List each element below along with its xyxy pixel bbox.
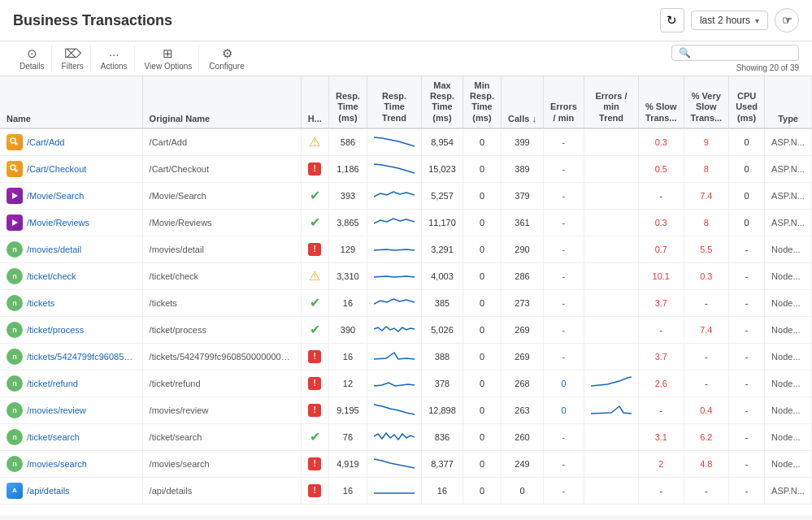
cell-original-name: /Movie/Search <box>142 182 301 209</box>
table-row: n /movies/detail /movies/detail ! 129 3,… <box>0 236 812 262</box>
col-cpu-used[interactable]: CPU Used (ms) <box>729 76 765 128</box>
cell-health: ! <box>301 396 328 423</box>
transaction-name-link[interactable]: /Movie/Search <box>27 191 84 201</box>
col-calls[interactable]: Calls ↓ <box>502 76 544 128</box>
health-error-icon: ! <box>308 457 321 470</box>
col-name[interactable]: Name <box>0 76 142 128</box>
health-error-icon: ! <box>308 243 321 256</box>
transaction-name-link[interactable]: /Movie/Reviews <box>27 218 89 228</box>
cell-min-resp: 0 <box>462 343 501 370</box>
cell-errors-min: - <box>543 182 584 209</box>
transaction-name-link[interactable]: /ticket/refund <box>27 379 78 388</box>
cell-very-slow: - <box>684 477 729 504</box>
col-resp-trend[interactable]: Resp. Time Trend <box>367 76 422 128</box>
col-errors-min[interactable]: Errors / min <box>543 76 584 128</box>
svg-marker-4 <box>12 193 18 199</box>
cell-very-slow: 5.5 <box>684 236 729 262</box>
col-very-slow[interactable]: % Very Slow Trans... <box>684 76 729 128</box>
cell-very-slow: 0.3 <box>684 262 729 289</box>
cell-slow-trans: 0.7 <box>639 236 684 262</box>
transaction-name-link[interactable]: /ticket/process <box>27 325 84 335</box>
col-max-resp[interactable]: Max Resp. Time (ms) <box>422 76 463 128</box>
cell-min-resp: 0 <box>462 423 501 450</box>
transaction-name-link[interactable]: /api/details <box>27 486 70 496</box>
cell-resp-trend <box>367 423 422 450</box>
col-errors-trend[interactable]: Errors / min Trend <box>584 76 639 128</box>
transaction-name-link[interactable]: /movies/search <box>27 459 87 469</box>
cell-resp-time: 1,186 <box>328 155 367 182</box>
cell-calls: 269 <box>502 316 544 343</box>
table-row: /Movie/Search /Movie/Search ✔ 393 5,257 … <box>0 182 812 209</box>
search-box[interactable]: 🔍 <box>671 45 799 61</box>
col-health[interactable]: H... <box>301 76 328 128</box>
transaction-name-link[interactable]: /tickets <box>27 298 54 308</box>
cell-health: ! <box>301 155 328 182</box>
cell-very-slow: 9 <box>684 128 729 156</box>
configure-icon: ⚙ <box>222 46 232 61</box>
cell-slow-trans: 3.1 <box>639 423 684 450</box>
health-ok-icon: ✔ <box>310 430 320 444</box>
cell-health: ⚠ <box>301 262 328 289</box>
cell-type: Node... <box>765 370 812 396</box>
refresh-button[interactable]: ↻ <box>660 8 684 32</box>
transaction-name-link[interactable]: /Cart/Checkout <box>27 164 86 174</box>
cell-original-name: /ticket/search <box>142 423 301 450</box>
health-ok-icon: ✔ <box>310 296 320 310</box>
search-input[interactable] <box>694 48 792 58</box>
configure-tab[interactable]: ⚙ Configure <box>202 45 250 72</box>
cell-health: ! <box>301 236 328 262</box>
col-original-name[interactable]: Original Name <box>142 76 301 128</box>
actions-icon: ··· <box>109 47 119 61</box>
cell-type: Node... <box>765 343 812 370</box>
cell-cpu-used: - <box>729 477 765 504</box>
cell-very-slow: 4.8 <box>684 450 729 477</box>
cell-resp-time: 4,919 <box>328 450 367 477</box>
cell-resp-time: 129 <box>328 236 367 262</box>
app-icon: A <box>7 483 23 499</box>
col-min-resp[interactable]: Min Resp. Time (ms) <box>462 76 501 128</box>
transaction-name-link[interactable]: /ticket/check <box>27 271 76 281</box>
page-title: Business Transactions <box>13 12 172 29</box>
details-tab[interactable]: ⊙ Details <box>13 45 52 72</box>
cell-calls: 286 <box>502 262 544 289</box>
app-icon <box>7 188 23 204</box>
cell-very-slow: - <box>684 289 729 316</box>
time-range-selector[interactable]: last 2 hours ▾ <box>691 11 768 30</box>
health-warn-icon: ⚠ <box>309 135 320 149</box>
cell-original-name: /movies/search <box>142 450 301 477</box>
cell-max-resp: 12,898 <box>422 396 463 423</box>
col-resp-time[interactable]: Resp. Time (ms) <box>328 76 367 128</box>
transaction-name-link[interactable]: /movies/review <box>27 405 86 415</box>
transaction-name-link[interactable]: /tickets/5424799fc96085000... <box>27 352 136 362</box>
cell-original-name: /movies/detail <box>142 236 301 262</box>
cell-original-name: /tickets <box>142 289 301 316</box>
col-slow-trans[interactable]: % Slow Trans... <box>639 76 684 128</box>
cell-errors-trend <box>584 128 639 156</box>
cell-calls: 260 <box>502 423 544 450</box>
actions-tab[interactable]: ··· Actions <box>94 46 135 72</box>
col-type[interactable]: Type <box>765 76 812 128</box>
cell-min-resp: 0 <box>462 477 501 504</box>
cell-type: ASP.N... <box>765 155 812 182</box>
cell-resp-trend <box>367 128 422 156</box>
svg-marker-5 <box>12 219 18 226</box>
health-error-icon: ! <box>308 162 321 176</box>
filters-tab[interactable]: ⌦ Filters <box>55 45 91 72</box>
svg-point-1 <box>15 142 18 145</box>
cell-name: n /tickets/5424799fc96085000... <box>0 343 142 370</box>
showing-count: Showing 20 of 39 <box>736 63 799 72</box>
cell-resp-time: 16 <box>328 289 367 316</box>
transaction-name-link[interactable]: /ticket/search <box>27 432 80 442</box>
cell-original-name: /Movie/Reviews <box>142 209 301 236</box>
cell-original-name: /api/details <box>142 477 301 504</box>
cell-name: n /tickets <box>0 289 142 316</box>
cell-resp-time: 9,195 <box>328 396 367 423</box>
help-button[interactable]: ☞ <box>775 8 799 32</box>
cell-type: Node... <box>765 396 812 423</box>
view-options-tab[interactable]: ⊞ View Options <box>138 45 200 72</box>
cell-calls: 0 <box>502 477 544 504</box>
transaction-name-link[interactable]: /Cart/Add <box>27 137 64 147</box>
cell-resp-time: 3,865 <box>328 209 367 236</box>
transaction-name-link[interactable]: /movies/detail <box>27 245 81 254</box>
app-icon: n <box>7 295 23 311</box>
